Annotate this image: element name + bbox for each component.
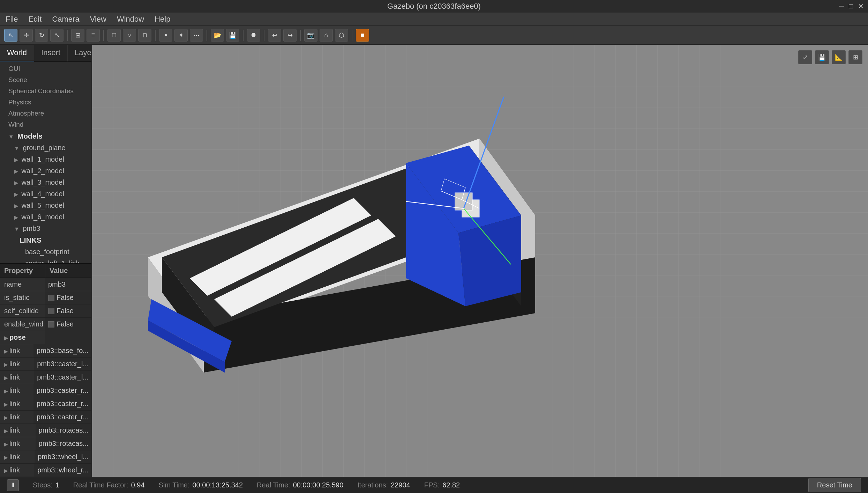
tree-item-models[interactable]: ▼ Models	[0, 130, 91, 142]
tab-layers[interactable]: Layers	[68, 45, 92, 61]
tree-item-spherical[interactable]: Spherical Coordinates	[0, 86, 91, 97]
prop-name[interactable]: name pmb3	[0, 278, 91, 291]
properties-panel: Property Value name pmb3 is_static False…	[0, 263, 91, 477]
tree-item-wall3[interactable]: ▶ wall_3_model	[0, 177, 91, 188]
sim-time-label: Sim Time:	[159, 481, 190, 489]
tool-scale[interactable]: ⤡	[50, 29, 63, 42]
tree-item-ground[interactable]: ▼ ground_plane	[0, 142, 91, 154]
menu-view[interactable]: View	[90, 15, 106, 24]
menu-edit[interactable]: Edit	[28, 15, 42, 24]
prop-key-link-caster-r2: ▶ link	[0, 397, 34, 410]
prop-link-wheel-r[interactable]: ▶ link pmb3::wheel_r...	[0, 464, 91, 477]
3d-viewport[interactable]: ⤢ 💾 📐 ⊞	[92, 45, 868, 477]
prop-key-link-wheel-r: ▶ link	[0, 464, 35, 477]
tool-save[interactable]: 💾	[226, 29, 239, 42]
tool-select[interactable]: ↖	[4, 29, 17, 42]
panel-tabs: World Insert Layers	[0, 45, 91, 62]
tool-snap[interactable]: ⊞	[71, 29, 84, 42]
tool-record[interactable]: ⏺	[247, 29, 260, 42]
tree-item-wall6[interactable]: ▶ wall_6_model	[0, 211, 91, 223]
tool-align[interactable]: ≡	[87, 29, 100, 42]
world-tree[interactable]: GUI Scene Spherical Coordinates Physics …	[0, 62, 91, 263]
tree-item-wall1[interactable]: ▶ wall_1_model	[0, 154, 91, 165]
prop-link-caster-r1[interactable]: ▶ link pmb3::caster_r...	[0, 384, 91, 397]
tree-item-wall2[interactable]: ▶ wall_2_model	[0, 165, 91, 177]
tree-item-scene[interactable]: Scene	[0, 74, 91, 86]
sep7	[300, 30, 301, 41]
prop-key-link-caster-r1: ▶ link	[0, 384, 34, 397]
prop-key-link-rotacas2: ▶ link	[0, 437, 36, 450]
tree-item-wall4[interactable]: ▶ wall_4_model	[0, 188, 91, 200]
prop-enable-wind[interactable]: enable_wind False	[0, 318, 91, 331]
tool-screenshot[interactable]: 📷	[304, 29, 317, 42]
menu-file[interactable]: File	[6, 15, 18, 24]
pause-button[interactable]: ⏸	[7, 479, 19, 491]
reset-time-button[interactable]: Reset Time	[808, 478, 861, 492]
tool-open[interactable]: 📂	[211, 29, 224, 42]
tab-world[interactable]: World	[0, 45, 34, 61]
prop-link-caster-l1[interactable]: ▶ link pmb3::caster_l...	[0, 358, 91, 371]
fps-label: FPS:	[424, 481, 440, 489]
prop-val-enable-wind: False	[45, 318, 91, 331]
prop-link-wheel-l[interactable]: ▶ link pmb3::wheel_l...	[0, 450, 91, 464]
sim-time-value: 00:00:13:25.342	[193, 481, 243, 489]
viewport-grid-btn[interactable]: 📐	[832, 50, 846, 64]
prop-val-link-caster-r1: pmb3::caster_r...	[34, 384, 91, 397]
maximize-btn[interactable]: □	[849, 2, 853, 10]
prop-link-rotacas2[interactable]: ▶ link pmb3::rotacas...	[0, 437, 91, 450]
fps-value: 62.82	[442, 481, 460, 489]
prop-link-caster-r3[interactable]: ▶ link pmb3::caster_r...	[0, 411, 91, 424]
tree-item-atmosphere[interactable]: Atmosphere	[0, 108, 91, 119]
tree-item-caster-left-1[interactable]: caster_left_1_link	[0, 258, 91, 263]
tool-cylinder[interactable]: ⊓	[138, 29, 151, 42]
status-real-time: Real Time: 00:00:00:25.590	[257, 481, 343, 489]
tool-redo[interactable]: ↪	[283, 29, 297, 42]
tool-rotate[interactable]: ↻	[35, 29, 48, 42]
viewport-fullscreen-btn[interactable]: ⊞	[848, 50, 862, 64]
menu-camera[interactable]: Camera	[52, 15, 79, 24]
prop-key-link-base: ▶ link	[0, 344, 34, 357]
menu-window[interactable]: Window	[117, 15, 144, 24]
status-fps: FPS: 62.82	[424, 481, 460, 489]
tab-insert[interactable]: Insert	[34, 45, 68, 61]
viewport-save-btn[interactable]: 💾	[815, 50, 829, 64]
minimize-btn[interactable]: ─	[839, 2, 844, 10]
status-sim-time: Sim Time: 00:00:13:25.342	[159, 481, 243, 489]
prop-val-link-caster-r2: pmb3::caster_r...	[34, 397, 91, 410]
tree-item-physics[interactable]: Physics	[0, 97, 91, 108]
tree-item-gui[interactable]: GUI	[0, 63, 91, 74]
tree-item-base-footprint[interactable]: base_footprint	[0, 246, 91, 258]
window-controls[interactable]: ─ □ ✕	[839, 2, 864, 10]
tool-box[interactable]: □	[107, 29, 121, 42]
tool-undo[interactable]: ↩	[268, 29, 281, 42]
prop-val-link-rotacas1: pmb3::rotacas...	[36, 424, 91, 437]
tool-sphere[interactable]: ○	[123, 29, 136, 42]
tool-wire[interactable]: ⬡	[335, 29, 348, 42]
tool-orange[interactable]: ■	[356, 29, 369, 42]
bool-indicator3	[48, 321, 54, 328]
prop-link-rotacas1[interactable]: ▶ link pmb3::rotacas...	[0, 424, 91, 437]
prop-link-caster-r2[interactable]: ▶ link pmb3::caster_r...	[0, 397, 91, 411]
tool-home[interactable]: ⌂	[320, 29, 333, 42]
tool-particles[interactable]: ⁕	[174, 29, 188, 42]
prop-val-link-caster-l1: pmb3::caster_l...	[34, 358, 91, 370]
tool-translate[interactable]: ✛	[20, 29, 33, 42]
left-panel: World Insert Layers GUI Scene Spherical …	[0, 45, 92, 477]
iterations-value: 22904	[391, 481, 410, 489]
menu-help[interactable]: Help	[155, 15, 170, 24]
tree-item-wall5[interactable]: ▶ wall_5_model	[0, 200, 91, 211]
tree-item-wind[interactable]: Wind	[0, 119, 91, 130]
prop-link-base[interactable]: ▶ link pmb3::base_fo...	[0, 344, 91, 358]
tool-plugin[interactable]: ⋯	[190, 29, 203, 42]
props-header: Property Value	[0, 264, 91, 278]
prop-pose[interactable]: ▶ pose	[0, 331, 91, 344]
prop-self-collide[interactable]: self_collide False	[0, 304, 91, 318]
tree-item-pmb3[interactable]: ▼ pmb3	[0, 223, 91, 234]
prop-key-link-wheel-l: ▶ link	[0, 450, 35, 463]
tool-lights[interactable]: ✦	[159, 29, 172, 42]
prop-link-caster-l2[interactable]: ▶ link pmb3::caster_l...	[0, 371, 91, 384]
titlebar: Gazebo (on c20363fa6ee0) ─ □ ✕	[0, 0, 868, 13]
close-btn[interactable]: ✕	[858, 2, 864, 10]
viewport-expand-btn[interactable]: ⤢	[798, 50, 812, 64]
prop-is-static[interactable]: is_static False	[0, 291, 91, 304]
